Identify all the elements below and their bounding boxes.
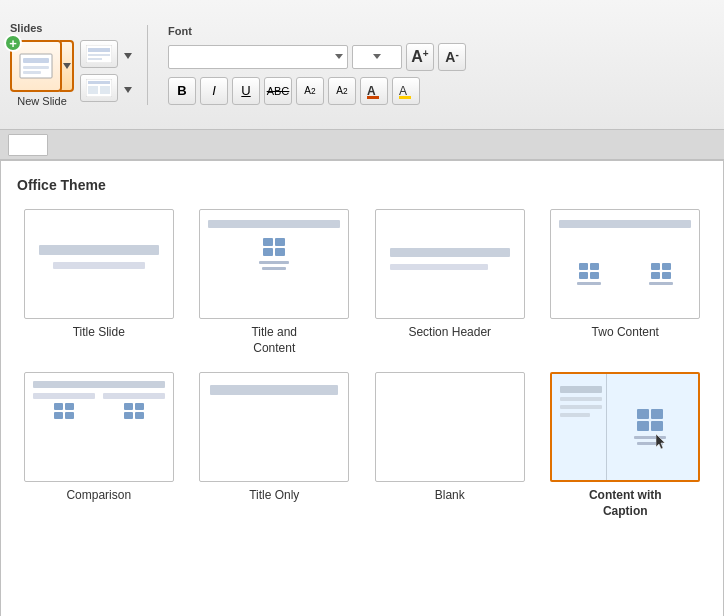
- new-slide-label: New Slide: [17, 95, 67, 107]
- slide-strip: [0, 130, 724, 160]
- svg-rect-3: [23, 71, 41, 74]
- layout-item-title-only[interactable]: Title Only: [193, 372, 357, 519]
- toolbar-divider: [147, 25, 148, 105]
- layout-thumb-section-header: [375, 209, 525, 319]
- layout-item-section-header[interactable]: Section Header: [368, 209, 532, 356]
- cursor-icon: [656, 434, 668, 450]
- svg-rect-9: [88, 81, 110, 84]
- font-color-icon: A: [365, 82, 383, 100]
- svg-rect-10: [88, 86, 98, 94]
- highlight-icon: A: [397, 82, 415, 100]
- select-arrow-icon: [335, 54, 343, 59]
- strikethrough-button[interactable]: ABC: [264, 77, 292, 105]
- layouts-grid: Title Slide Title andContent: [17, 209, 707, 519]
- toolbar: Slides +: [0, 0, 724, 130]
- font-row-2: B I U ABC A2 A2 A A: [168, 77, 714, 105]
- layout-name-title-only: Title Only: [249, 488, 299, 504]
- layout-dropdown-panel: Office Theme Title Slide: [0, 160, 724, 616]
- layout-icon-2: [86, 79, 112, 97]
- svg-text:A: A: [399, 84, 407, 98]
- layout-name-two-content: Two Content: [592, 325, 659, 341]
- shrink-font-minus: -: [455, 49, 458, 60]
- new-slide-section: +: [10, 40, 74, 107]
- new-slide-button[interactable]: +: [10, 40, 62, 92]
- layout-button-2[interactable]: [80, 74, 118, 102]
- layout-item-content-caption[interactable]: Content withCaption: [544, 372, 708, 519]
- svg-rect-6: [88, 54, 110, 56]
- layout-name-title-content: Title andContent: [251, 325, 297, 356]
- svg-rect-15: [399, 96, 411, 99]
- svg-rect-2: [23, 66, 49, 69]
- layout-thumb-title-only: [199, 372, 349, 482]
- layout-item-title-content[interactable]: Title andContent: [193, 209, 357, 356]
- layout-dropdown-1[interactable]: [121, 40, 135, 71]
- layout-name-comparison: Comparison: [66, 488, 131, 504]
- italic-button[interactable]: I: [200, 77, 228, 105]
- layout-button-1[interactable]: [80, 40, 118, 68]
- svg-rect-1: [23, 58, 49, 63]
- chevron-down-icon: [124, 53, 132, 59]
- layout-name-content-caption: Content withCaption: [589, 488, 662, 519]
- svg-text:A: A: [367, 84, 376, 98]
- layout-thumb-title-content: [199, 209, 349, 319]
- svg-rect-11: [100, 86, 110, 94]
- layout-item-title-slide[interactable]: Title Slide: [17, 209, 181, 356]
- font-family-select[interactable]: [168, 45, 348, 69]
- select-arrow-icon-2: [373, 54, 381, 59]
- layout-thumb-blank: [375, 372, 525, 482]
- font-row-1: A + A -: [168, 43, 714, 71]
- slides-group-title: Slides: [10, 22, 42, 34]
- chevron-down-icon: [63, 63, 71, 69]
- office-theme-title: Office Theme: [17, 177, 707, 193]
- underline-button[interactable]: U: [232, 77, 260, 105]
- svg-rect-5: [88, 48, 110, 52]
- grow-font-button[interactable]: A +: [406, 43, 434, 71]
- font-group: Font A + A - B I U ABC A2 A2: [160, 25, 714, 105]
- layout-thumb-content-caption: [550, 372, 700, 482]
- slide-thumbnail-1[interactable]: [8, 134, 48, 156]
- highlight-button[interactable]: A: [392, 77, 420, 105]
- layout-buttons: [80, 40, 135, 105]
- add-icon: +: [4, 34, 22, 52]
- layout-item-comparison[interactable]: Comparison: [17, 372, 181, 519]
- bold-button[interactable]: B: [168, 77, 196, 105]
- layout-thumb-title-slide: [24, 209, 174, 319]
- layout-dropdown-2[interactable]: [121, 74, 135, 105]
- superscript-button[interactable]: A2: [296, 77, 324, 105]
- font-size-select[interactable]: [352, 45, 402, 69]
- svg-rect-7: [88, 58, 102, 60]
- grow-font-icon: A: [411, 48, 423, 66]
- chevron-down-icon-2: [124, 87, 132, 93]
- font-color-button[interactable]: A: [360, 77, 388, 105]
- grow-font-plus: +: [423, 48, 429, 59]
- shrink-font-icon: A: [445, 49, 455, 65]
- layout-item-two-content[interactable]: Two Content: [544, 209, 708, 356]
- font-group-title: Font: [168, 25, 714, 37]
- layout-thumb-two-content: [550, 209, 700, 319]
- layout-thumb-comparison: [24, 372, 174, 482]
- layout-name-blank: Blank: [435, 488, 465, 504]
- shrink-font-button[interactable]: A -: [438, 43, 466, 71]
- svg-rect-13: [367, 96, 379, 99]
- layout-name-section-header: Section Header: [408, 325, 491, 341]
- layout-name-title-slide: Title Slide: [73, 325, 125, 341]
- slide-icon: [19, 53, 53, 79]
- layout-item-blank[interactable]: Blank: [368, 372, 532, 519]
- subscript-button[interactable]: A2: [328, 77, 356, 105]
- slides-group: Slides +: [10, 22, 135, 107]
- layout-icon: [86, 45, 112, 63]
- new-slide-dropdown-button[interactable]: [60, 40, 74, 92]
